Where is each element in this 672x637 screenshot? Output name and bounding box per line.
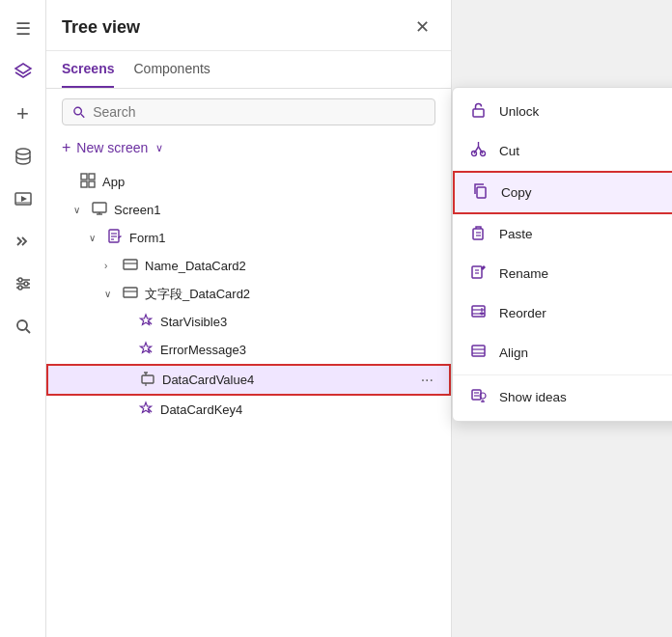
menu-divider — [453, 374, 672, 375]
tree-item-app[interactable]: App — [46, 168, 451, 196]
svg-rect-40 — [477, 187, 486, 198]
tab-screens[interactable]: Screens — [62, 51, 114, 88]
app-icon — [79, 173, 97, 191]
new-screen-button[interactable]: + New screen ∨ — [46, 131, 451, 164]
datacard2-icon — [122, 257, 139, 275]
svg-rect-17 — [81, 181, 87, 187]
expand-arrow: ∨ — [89, 233, 100, 243]
tree-item-form1[interactable]: ∨ Form1 — [46, 224, 451, 252]
new-screen-chevron-icon: ∨ — [155, 142, 163, 154]
search-input[interactable] — [93, 104, 425, 120]
layers-icon[interactable] — [6, 54, 41, 89]
svg-rect-44 — [472, 266, 482, 278]
app-label: App — [102, 175, 125, 189]
close-button[interactable]: ✕ — [408, 14, 435, 41]
dots-menu-button[interactable]: ··· — [421, 372, 434, 389]
screen1-icon — [91, 201, 108, 219]
show-ideas-icon — [468, 387, 488, 407]
menu-item-show-ideas[interactable]: Show ideas — [453, 377, 672, 417]
controls-icon[interactable] — [6, 266, 41, 301]
svg-point-13 — [74, 107, 82, 115]
media-icon[interactable] — [6, 181, 41, 216]
datacardvalue4-icon — [139, 371, 156, 389]
tree-item-errormessage3[interactable]: ErrorMessage3 — [46, 336, 451, 364]
tree-item-wd-datacard2[interactable]: ∨ 文字段_DataCard2 — [46, 280, 451, 308]
datacardkey4-label: DataCardKey4 — [160, 402, 242, 417]
svg-point-8 — [18, 278, 22, 282]
svg-rect-50 — [472, 346, 485, 356]
show-ideas-label: Show ideas — [499, 390, 567, 404]
sidebar: ☰ + — [0, 0, 46, 637]
svg-rect-26 — [124, 260, 137, 269]
hamburger-icon[interactable]: ☰ — [6, 12, 41, 46]
expand-arrow: › — [104, 261, 116, 271]
right-area: Unlock Cut Copy — [452, 0, 672, 637]
svg-point-9 — [24, 282, 28, 286]
rename-label: Rename — [499, 266, 548, 281]
tree-item-screen1[interactable]: ∨ Screen1 — [46, 196, 451, 224]
errormessage3-label: ErrorMessage3 — [160, 343, 246, 357]
unlock-icon — [468, 101, 488, 122]
menu-item-cut[interactable]: Cut — [453, 131, 672, 171]
tab-components[interactable]: Components — [133, 51, 210, 88]
screen1-label: Screen1 — [114, 203, 160, 217]
context-menu: Unlock Cut Copy — [452, 87, 672, 422]
svg-line-12 — [26, 329, 30, 333]
svg-rect-19 — [93, 203, 106, 212]
cut-label: Cut — [499, 144, 519, 158]
menu-item-reorder[interactable]: Reorder › — [453, 293, 672, 333]
svg-rect-30 — [142, 375, 154, 383]
search-sidebar-icon[interactable] — [6, 309, 41, 344]
svg-rect-18 — [89, 181, 95, 187]
new-screen-plus-icon: + — [62, 139, 70, 156]
errormessage3-icon — [137, 341, 154, 359]
svg-marker-3 — [21, 196, 27, 202]
tree-item-starvisible3[interactable]: StarVisible3 — [46, 308, 451, 336]
tree-panel: Tree view ✕ Screens Components + New scr… — [46, 0, 452, 637]
align-label: Align — [499, 346, 528, 360]
chevrons-icon[interactable] — [6, 224, 41, 259]
starvisible3-icon — [137, 313, 154, 331]
expand-arrow: ∨ — [73, 205, 85, 215]
svg-point-11 — [17, 320, 27, 330]
paste-icon — [468, 224, 488, 244]
svg-rect-28 — [124, 288, 137, 297]
datacardkey4-icon — [137, 401, 154, 419]
datacardvalue4-label: DataCardValue4 — [162, 373, 254, 387]
svg-rect-41 — [473, 229, 483, 239]
cut-icon — [468, 141, 488, 161]
align-icon — [468, 343, 488, 363]
menu-item-unlock[interactable]: Unlock — [453, 92, 672, 131]
form1-label: Form1 — [129, 231, 166, 245]
svg-rect-15 — [81, 174, 87, 180]
copy-label: Copy — [501, 185, 532, 200]
search-icon — [72, 105, 85, 119]
reorder-icon — [468, 303, 488, 323]
menu-item-copy[interactable]: Copy — [453, 171, 672, 214]
menu-item-rename[interactable]: Rename — [453, 254, 672, 293]
rename-icon — [468, 263, 488, 284]
tree-item-datacardkey4[interactable]: DataCardKey4 — [46, 396, 451, 424]
new-screen-label: New screen — [76, 140, 148, 155]
tree-content: App ∨ Screen1 ∨ — [46, 164, 451, 637]
reorder-label: Reorder — [499, 306, 546, 320]
wd-datacard2-icon — [122, 285, 139, 303]
unlock-label: Unlock — [499, 104, 539, 119]
menu-item-align[interactable]: Align › — [453, 333, 672, 373]
svg-marker-0 — [15, 64, 31, 73]
expand-arrow: ∨ — [104, 289, 116, 299]
svg-rect-47 — [472, 306, 485, 317]
svg-rect-34 — [473, 109, 484, 117]
tree-item-datacardvalue4[interactable]: DataCardValue4 ··· — [46, 364, 451, 396]
tree-item-name-datacard2[interactable]: › Name_DataCard2 — [46, 252, 451, 280]
plus-icon[interactable]: + — [6, 97, 41, 131]
menu-item-paste[interactable]: Paste — [453, 214, 672, 254]
panel-title: Tree view — [62, 17, 140, 38]
paste-label: Paste — [499, 227, 533, 241]
database-icon[interactable] — [6, 139, 41, 174]
search-container — [46, 89, 451, 131]
svg-rect-16 — [89, 174, 95, 180]
search-box — [62, 98, 435, 125]
svg-point-10 — [18, 286, 22, 290]
name-datacard2-label: Name_DataCard2 — [145, 259, 246, 273]
